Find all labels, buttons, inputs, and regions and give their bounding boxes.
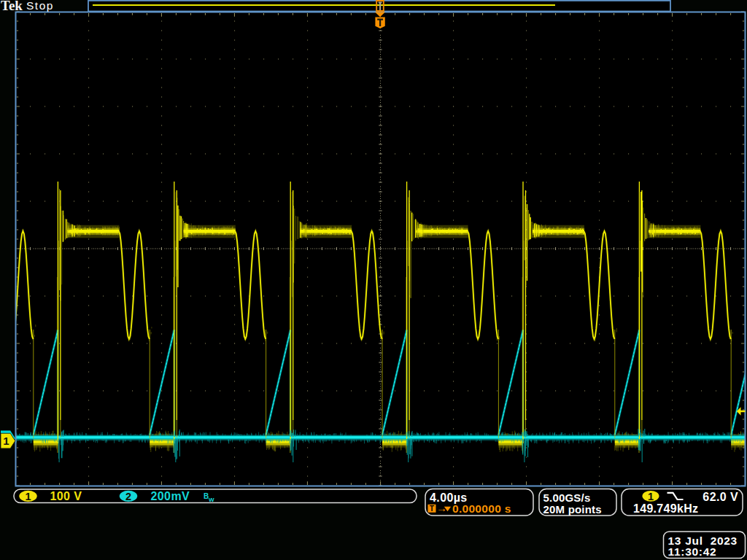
svg-text:Stop: Stop bbox=[26, 0, 54, 12]
svg-text:1: 1 bbox=[25, 491, 31, 502]
svg-text:1: 1 bbox=[648, 491, 654, 502]
svg-text:1: 1 bbox=[3, 435, 9, 447]
svg-text:100 V: 100 V bbox=[50, 490, 82, 502]
svg-text:T: T bbox=[430, 504, 435, 513]
svg-text:W: W bbox=[209, 497, 214, 503]
svg-text:62.0 V: 62.0 V bbox=[703, 491, 738, 503]
svg-text:200mV: 200mV bbox=[151, 490, 190, 502]
svg-text:20M points: 20M points bbox=[543, 503, 602, 516]
svg-text:Tek: Tek bbox=[1, 0, 23, 13]
svg-text:2: 2 bbox=[125, 491, 131, 502]
svg-text:0.000000 s: 0.000000 s bbox=[452, 502, 511, 515]
svg-text:5.00GS/s: 5.00GS/s bbox=[543, 491, 591, 504]
svg-text:149.749kHz: 149.749kHz bbox=[633, 502, 698, 515]
svg-text:11:30:42: 11:30:42 bbox=[668, 545, 717, 558]
